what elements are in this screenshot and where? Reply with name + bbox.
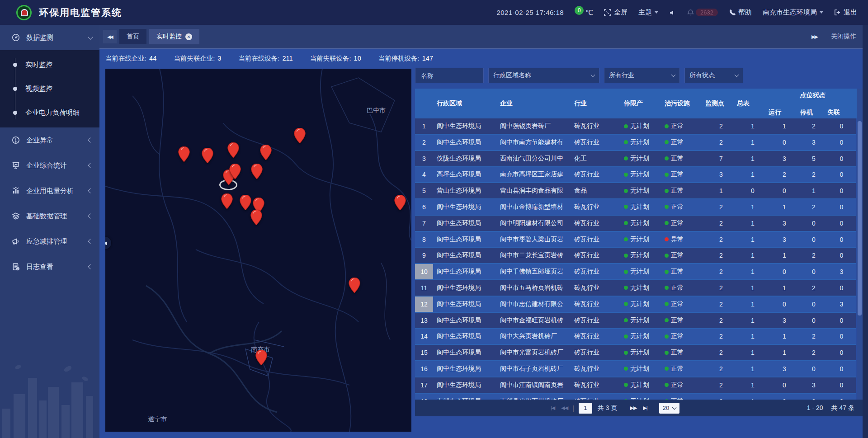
notifications-button[interactable]: 2632 [687,9,718,16]
table-row[interactable]: 17阆中生态环境局阆中市江南镇阆南页岩砖瓦行业无计划正常21030 [415,377,856,393]
row-points-cell: 2 [705,394,737,400]
limit-status-label: 无计划 [630,268,649,276]
tab-realtime-monitor[interactable]: 实时监控 ✕ [149,29,199,44]
sidebar-item-power-analysis[interactable]: 企业用电量分析 [0,178,99,203]
map-pin[interactable] [250,210,262,225]
status-filter-select[interactable]: 所有状态 [684,68,743,83]
row-facility-cell: 正常 [665,118,705,134]
page-scrollbar-track[interactable] [863,25,868,438]
table-row[interactable]: 7阆中生态环境局阆中明阳建材有限公司砖瓦行业无计划正常21300 [415,216,856,231]
limit-status-label: 无计划 [630,170,649,179]
row-industry-cell: 化工 [571,151,624,166]
map-pin[interactable] [394,195,406,210]
table-row[interactable]: 12阆中生态环境局阆中市忠信建材有限公砖瓦行业无计划正常21003 [415,297,856,312]
table-row[interactable]: 5营山生态环境局营山县润丰肉食品有限食品无计划正常10010 [415,183,856,198]
row-index-cell: 9 [415,248,433,263]
row-limit-cell: 无计划 [624,167,665,182]
map-pin[interactable] [178,146,190,162]
fullscreen-button[interactable]: 全屏 [604,8,627,17]
table-row[interactable]: 1阆中生态环境局阆中强锐页岩砖厂砖瓦行业无计划正常21120 [415,118,856,134]
name-filter-input[interactable] [420,71,479,80]
map-pin[interactable] [255,350,267,365]
org-dropdown[interactable]: 南充市生态环境局 [763,8,823,17]
total-count-label: 共 47 条 [831,404,854,412]
theme-dropdown[interactable]: 主题 [638,8,658,17]
table-row[interactable]: 13阆中生态环境局阆中市金福旺页岩机砖砖瓦行业无计划正常21300 [415,313,856,328]
table-row[interactable]: 16阆中生态环境局阆中市石子页岩机砖厂砖瓦行业无计划正常21300 [415,361,856,377]
table-row[interactable]: 8阆中生态环境局阆中市枣碧大梁山页岩砖瓦行业无计划异常21300 [415,232,856,247]
notification-count-badge: 2632 [696,9,718,16]
chevron-left-icon [88,213,93,218]
table-row[interactable]: 2阆中生态环境局阆中市南方节能建材有砖瓦行业无计划正常21030 [415,135,856,150]
tabs-scroll-right-button[interactable]: ▶▶ [811,34,817,40]
map-pin[interactable] [227,142,239,158]
row-meters-cell: 1 [737,377,769,393]
sidebar-item-enterprise-stats[interactable]: 企业综合统计 [0,153,99,178]
map-panel[interactable]: ◀ 巴中市南充市遂宁市 [105,69,411,432]
status-dot-icon [665,383,669,387]
table-row[interactable]: 10阆中生态环境局阆中千佛镇五郎垭页岩砖瓦行业无计划正常21003 [415,264,856,279]
stat-value: 147 [422,55,433,62]
table-row[interactable]: 15阆中生态环境局阆中市光富页岩机砖厂砖瓦行业无计划正常21120 [415,345,856,360]
sidebar-item-logs[interactable]: 日志查看 [0,254,99,279]
row-industry-cell: 砖瓦行业 [571,345,624,360]
row-company-cell: 阆中市金福旺页岩机砖 [500,313,571,328]
table-row[interactable]: 4高坪生态环境局南充市高坪区王家店建砖瓦行业无计划正常31220 [415,167,856,182]
row-company-cell: 阆中市五马桥页岩机砖 [500,280,571,296]
scrollbar-thumb[interactable] [858,121,862,316]
row-facility-cell: 正常 [665,167,705,182]
table-row[interactable]: 3仪陇生态环境局西南油气田分公司川中化工无计划正常71350 [415,151,856,166]
status-dot-icon [624,383,628,387]
speaker-icon[interactable] [669,9,676,16]
region-filter-select[interactable]: 行政区域名称 [488,68,599,83]
name-filter-field[interactable] [415,68,484,83]
table-row[interactable]: 6阆中生态环境局阆中市金博瑞新型墙材砖瓦行业无计划正常21120 [415,199,856,215]
row-offline-cell: 0 [827,232,856,247]
prev-page-button[interactable]: ◀◀ [561,405,568,411]
sidebar-item-data-monitor[interactable]: 数据监测 [0,25,99,50]
map-pin[interactable] [229,164,241,179]
facility-status-label: 正常 [671,381,684,389]
industry-filter-select[interactable]: 所有行业 [604,68,680,83]
sidebar-subitem[interactable]: 企业电力负荷明细 [0,101,99,125]
chevron-left-icon [88,264,93,269]
map-pin[interactable] [202,148,213,163]
row-facility-cell: 正常 [665,297,705,312]
close-icon[interactable]: ✕ [185,33,192,40]
limit-status-label: 无计划 [630,316,649,325]
help-button[interactable]: 帮助 [729,8,752,17]
next-page-button[interactable]: ▶▶ [630,405,637,411]
sidebar-item-base-data[interactable]: 基础数据管理 [0,203,99,229]
table-row[interactable]: 18南部生态环境局南部县建兴页岩机砖厂砖瓦行业无计划正常21030 [415,394,856,400]
page-size-select[interactable]: 20 [659,403,679,414]
sidebar-item-label: 企业异常 [26,136,89,145]
last-page-button[interactable]: ▶| [643,405,647,411]
map-pin[interactable] [240,195,251,210]
first-page-button[interactable]: |◀ [551,405,555,411]
sidebar-item-enterprise-abnormal[interactable]: 企业异常 [0,127,99,153]
tabs-scroll-left-button[interactable]: ◀◀ [103,30,117,43]
close-operations-button[interactable]: 关闭操作 [831,33,856,41]
row-offline-cell: 0 [827,377,856,393]
bullet-icon [13,111,17,115]
table-row[interactable]: 9阆中生态环境局阆中市二龙长宝页岩砖砖瓦行业无计划正常21120 [415,248,856,263]
stat-item: 当前停机设备: 147 [378,54,433,63]
map-pin[interactable] [349,278,360,293]
logout-label: 退出 [844,8,857,17]
sidebar-item-emergency[interactable]: 应急减排管理 [0,229,99,254]
table-row[interactable]: 11阆中生态环境局阆中市五马桥页岩机砖砖瓦行业无计划正常21120 [415,280,856,296]
row-index-cell: 5 [415,183,433,198]
tab-home[interactable]: 首页 [119,29,146,44]
logout-button[interactable]: 退出 [834,8,857,17]
map-pin[interactable] [294,128,306,143]
table-scrollbar[interactable] [857,89,863,400]
table-row[interactable]: 14阆中生态环境局阆中大兴页岩机砖厂砖瓦行业无计划正常21120 [415,329,856,344]
map-pin[interactable] [260,145,272,160]
page-number-input[interactable]: 1 [579,403,592,414]
table-body: 1阆中生态环境局阆中强锐页岩砖厂砖瓦行业无计划正常211202阆中生态环境局阆中… [415,118,856,400]
row-region-cell: 南部生态环境局 [433,394,500,400]
sidebar-subitem[interactable]: 视频监控 [0,77,99,101]
map-pin[interactable] [221,193,233,209]
map-pin[interactable] [251,164,263,179]
sidebar-subitem[interactable]: 实时监控 [0,53,99,77]
